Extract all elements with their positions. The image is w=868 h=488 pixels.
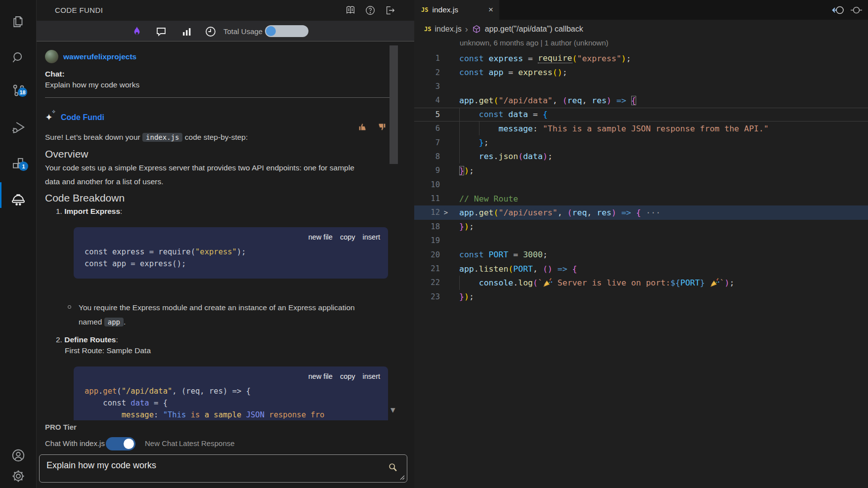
code-line-5[interactable]: 5 const data = { — [414, 108, 868, 122]
inline-code-app: app — [104, 318, 124, 326]
docs-book-icon[interactable] — [344, 4, 357, 17]
flame-icon[interactable] — [130, 25, 144, 39]
line-number: 12 — [414, 208, 440, 217]
inline-breakpoint-icon[interactable] — [850, 3, 863, 17]
chevron-right-icon: › — [465, 24, 468, 35]
assistant-header: ✦✧ Code Fundi — [45, 113, 356, 122]
activity-explorer[interactable] — [0, 8, 36, 36]
breadcrumb-symbol[interactable]: app.get("/api/data") callback — [485, 25, 583, 34]
code-line-18[interactable]: 18}); — [414, 220, 868, 234]
run-debug-icon — [11, 120, 26, 135]
code-line-23[interactable]: 23}); — [414, 290, 868, 304]
close-tab-icon[interactable]: × — [488, 5, 493, 15]
chat-code-block-1: new filecopyinsert const express = requi… — [74, 227, 388, 279]
code-line-3[interactable]: 3 — [414, 80, 868, 93]
codeblock-action-insert[interactable]: insert — [363, 372, 380, 380]
code-block-actions: new filecopyinsert — [308, 372, 380, 380]
bullet-circle-icon — [68, 305, 71, 309]
back-reference-icon[interactable] — [831, 3, 845, 17]
activity-settings[interactable] — [0, 462, 36, 488]
overview-heading: Overview — [45, 148, 356, 160]
list-item-2: 2. Define Routes: — [56, 335, 356, 344]
js-file-icon: JS — [424, 26, 431, 33]
code-line-8[interactable]: 8 res.json(data); — [414, 150, 868, 163]
line-number: 22 — [414, 278, 440, 287]
sparkles-icon: ✦✧ — [45, 113, 58, 122]
tab-label: index.js — [432, 5, 458, 14]
fold-chevron-icon[interactable]: > — [440, 208, 452, 216]
line-number: 7 — [414, 138, 440, 147]
inline-code-indexjs: index.js — [142, 133, 182, 142]
history-clock-icon[interactable] — [204, 25, 217, 39]
toggle-knob — [266, 26, 276, 36]
js-file-icon: JS — [421, 6, 428, 13]
code-line-7[interactable]: 7 }; — [414, 135, 868, 149]
code-line-12[interactable]: 12>app.get("/api/users", (req, res) => {… — [414, 205, 868, 219]
line-number: 11 — [414, 194, 440, 203]
line-number: 4 — [414, 96, 440, 105]
total-usage-toggle[interactable] — [265, 25, 308, 37]
codeblock-line: message: "This is a sample JSON response… — [85, 409, 378, 420]
line-number: 19 — [414, 236, 440, 245]
codeblock-action-new-file[interactable]: new file — [308, 233, 333, 241]
code-block-actions: new filecopyinsert — [308, 233, 380, 241]
code-line-4[interactable]: 4app.get("/api/data", (req, res) => { — [414, 93, 868, 107]
code-line-19[interactable]: 19 — [414, 234, 868, 247]
source-control-badge: 18 — [18, 87, 27, 97]
panel-toolbar: Total Usage — [37, 21, 415, 41]
code-line-20[interactable]: 20const PORT = 3000; — [414, 247, 868, 261]
chat-bubble-icon[interactable] — [154, 25, 168, 39]
panel-title-bar: CODE FUNDI — [37, 0, 415, 21]
new-chat-button[interactable]: New Chat — [145, 439, 177, 447]
chat-with-file-toggle[interactable] — [106, 437, 135, 450]
editor-region: JS index.js × JS index.js › app.get("/ap… — [414, 0, 868, 488]
codeblock-action-new-file[interactable]: new file — [308, 372, 333, 380]
code-fundi-panel: CODE FUNDI Total Usage — [36, 0, 414, 488]
latest-response-button[interactable]: Latest Response — [179, 439, 235, 447]
scroll-down-icon[interactable]: ▾ — [391, 404, 395, 415]
codeblock-action-copy[interactable]: copy — [340, 233, 355, 241]
thumbs-down-icon[interactable] — [376, 122, 387, 132]
breadcrumb[interactable]: JS index.js › app.get("/api/data") callb… — [424, 21, 583, 38]
tier-label: PRO Tier — [45, 423, 77, 431]
line-number: 1 — [414, 54, 440, 63]
code-line-10[interactable]: 10 — [414, 178, 868, 192]
breadcrumb-file[interactable]: index.js — [434, 25, 461, 34]
send-search-icon[interactable] — [388, 462, 398, 473]
toggle-knob — [124, 439, 134, 449]
account-icon — [11, 448, 26, 463]
code-line-6[interactable]: 6 message: "This is a sample JSON respon… — [414, 122, 868, 135]
line-number: 2 — [414, 68, 440, 77]
line-number: 18 — [414, 222, 440, 231]
list-item-1: 1. Import Express: — [56, 207, 356, 216]
prompt-input[interactable]: Explain how my code works — [39, 454, 407, 483]
stats-bars-icon[interactable] — [180, 25, 194, 39]
assistant-name[interactable]: Code Fundi — [61, 113, 104, 122]
activity-search[interactable] — [0, 44, 36, 72]
code-line-2[interactable]: 2const app = express(); — [414, 65, 868, 79]
chat-scrollbar-thumb[interactable] — [390, 45, 398, 164]
activity-source-control[interactable]: 18 — [0, 77, 36, 104]
code-lines[interactable]: 1const express = require("express");2con… — [414, 51, 868, 304]
resize-grip-icon[interactable] — [399, 474, 405, 480]
assistant-intro: Sure! Let’s break down your index.js cod… — [45, 130, 356, 145]
codeblock-action-insert[interactable]: insert — [363, 233, 380, 241]
editor-tab-bar: JS index.js × — [414, 0, 868, 20]
user-name[interactable]: wawerufelixprojects — [63, 52, 136, 61]
code-line-11[interactable]: 11// New Route — [414, 192, 868, 205]
search-icon — [11, 50, 26, 65]
code-line-22[interactable]: 22 console.log(` Server is live on port:… — [414, 276, 868, 289]
activity-code-fundi[interactable] — [0, 185, 36, 213]
tab-indexjs[interactable]: JS index.js × — [414, 0, 499, 20]
codeblock-action-copy[interactable]: copy — [340, 372, 355, 380]
activity-run-debug[interactable] — [0, 114, 36, 141]
activity-extensions[interactable]: 1 — [0, 150, 36, 177]
active-indicator — [0, 182, 1, 208]
help-icon[interactable] — [364, 4, 377, 17]
line-number: 6 — [414, 124, 440, 133]
code-line-9[interactable]: 9}); — [414, 163, 868, 177]
thumbs-up-icon[interactable] — [357, 122, 368, 132]
sign-out-icon[interactable] — [384, 4, 396, 17]
code-line-21[interactable]: 21app.listen(PORT, () => { — [414, 262, 868, 276]
code-line-1[interactable]: 1const express = require("express"); — [414, 51, 868, 65]
